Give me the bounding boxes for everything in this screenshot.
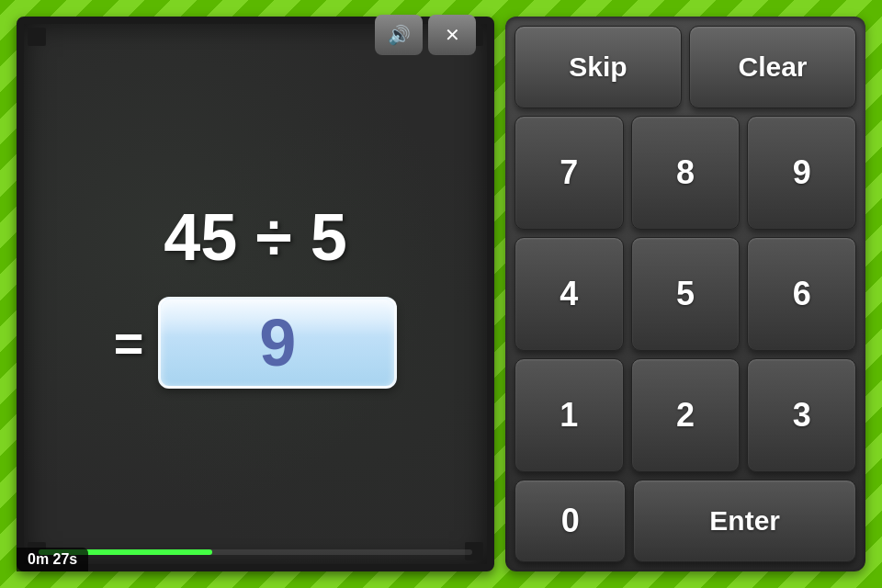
numpad: Skip Clear 7 8 9 4 5 6 1 2 3 0 Enter — [505, 17, 865, 571]
digit-4-button[interactable]: 4 — [514, 237, 624, 351]
close-icon: ✕ — [445, 24, 460, 46]
digit-0-button[interactable]: 0 — [514, 480, 626, 562]
digit-9-button[interactable]: 9 — [747, 116, 856, 230]
answer-box: 9 — [158, 297, 397, 389]
timer-label: 0m 27s — [17, 548, 88, 571]
clear-button[interactable]: Clear — [689, 26, 856, 108]
equation-area: 45 ÷ 5 = 9 — [24, 181, 487, 407]
close-button[interactable]: ✕ — [428, 15, 476, 55]
digit-3-button[interactable]: 3 — [747, 358, 856, 472]
sound-button[interactable]: 🔊 — [375, 15, 423, 55]
answer-value: 9 — [259, 305, 296, 380]
digit-6-button[interactable]: 6 — [747, 237, 856, 351]
numpad-bottom-row: 0 Enter — [514, 480, 856, 562]
numpad-top-row: Skip Clear — [514, 26, 856, 108]
progress-bar-container — [39, 549, 472, 555]
skip-button[interactable]: Skip — [514, 26, 682, 108]
main-container: 🔊 ✕ 45 ÷ 5 = 9 — [0, 0, 882, 588]
corner-tl — [28, 28, 46, 46]
sound-icon: 🔊 — [388, 24, 411, 46]
chalkboard-frame: 45 ÷ 5 = 9 — [17, 17, 494, 571]
digit-2-button[interactable]: 2 — [631, 358, 741, 472]
equation-display: 45 ÷ 5 — [164, 199, 347, 275]
equals-sign: = — [114, 313, 144, 373]
digit-5-button[interactable]: 5 — [631, 237, 741, 351]
digit-7-button[interactable]: 7 — [514, 116, 624, 230]
digit-1-button[interactable]: 1 — [514, 358, 624, 472]
numpad-digit-grid: 7 8 9 4 5 6 1 2 3 — [514, 116, 856, 472]
digit-8-button[interactable]: 8 — [631, 116, 741, 230]
enter-button[interactable]: Enter — [633, 480, 856, 562]
answer-row: = 9 — [114, 297, 398, 389]
chalkboard-top-buttons: 🔊 ✕ — [375, 15, 476, 55]
progress-bar-track — [39, 549, 472, 555]
chalkboard-wrapper: 🔊 ✕ 45 ÷ 5 = 9 — [17, 17, 494, 571]
